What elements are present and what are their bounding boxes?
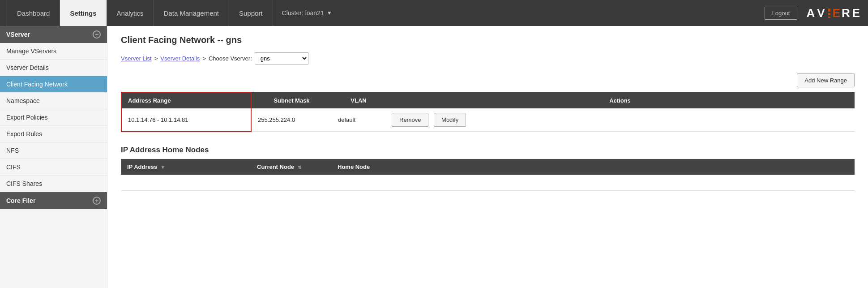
breadcrumb-sep1: > [154, 55, 158, 62]
sidebar-item-manage-vservers[interactable]: Manage VServers [0, 43, 107, 60]
tab-analytics[interactable]: Analytics [107, 0, 154, 26]
home-node-cell-empty [331, 175, 855, 191]
sidebar-section-vserver: VServer − [0, 26, 107, 43]
core-filer-expand-icon[interactable]: + [93, 197, 101, 205]
breadcrumb: Vserver List > Vserver Details > Choose … [121, 52, 855, 64]
ip-address-table: IP Address ▼ Current Node ⇅ Home Node [121, 159, 855, 191]
th-current-node[interactable]: Current Node ⇅ [251, 159, 331, 175]
sidebar-item-namespace[interactable]: Namespace [0, 93, 107, 109]
address-range-table-wrapper: Address Range Subnet Mask VLAN Actions [121, 92, 855, 132]
cell-actions: Remove Modify [385, 108, 855, 132]
content-area: Client Facing Network -- gns Vserver Lis… [107, 26, 868, 288]
ip-cell-empty [121, 175, 251, 191]
ip-table-row-empty [121, 175, 855, 191]
cluster-selector[interactable]: Cluster: loan21 ▼ [282, 9, 332, 17]
sidebar-section-core-filer: Core Filer + [0, 192, 107, 209]
nav-tabs: Dashboard Settings Analytics Data Manage… [7, 0, 332, 26]
ip-section-title: IP Address Home Nodes [121, 146, 855, 155]
avere-logo: A V E R E [806, 6, 861, 20]
th-vlan: VLAN [332, 92, 385, 108]
th-actions: Actions [385, 92, 855, 108]
breadcrumb-sep2: > [202, 55, 206, 62]
sidebar-item-vserver-details[interactable]: Vserver Details [0, 60, 107, 76]
action-row: Add New Range [121, 73, 855, 87]
page-title: Client Facing Network -- gns [121, 35, 855, 45]
logout-button[interactable]: Logout [765, 7, 798, 20]
sidebar-item-export-policies[interactable]: Export Policies [0, 109, 107, 126]
address-range-table: Address Range Subnet Mask VLAN Actions [121, 92, 855, 132]
sidebar-item-export-rules[interactable]: Export Rules [0, 126, 107, 142]
top-bar: Dashboard Settings Analytics Data Manage… [0, 0, 868, 26]
th-home-node: Home Node [331, 159, 855, 175]
vserver-dropdown[interactable]: gns [255, 52, 308, 64]
sidebar-item-cifs[interactable]: CIFS [0, 159, 107, 176]
breadcrumb-vserver-list[interactable]: Vserver List [121, 55, 152, 62]
sidebar: VServer − Manage VServers Vserver Detail… [0, 26, 107, 288]
tab-data-management[interactable]: Data Management [154, 0, 229, 26]
cell-address-range: 10.1.14.76 - 10.1.14.81 [121, 108, 251, 132]
cluster-dropdown-arrow: ▼ [327, 10, 332, 16]
vserver-collapse-icon[interactable]: − [93, 30, 101, 39]
th-address-range: Address Range [121, 92, 251, 108]
sidebar-item-cifs-shares[interactable]: CIFS Shares [0, 176, 107, 192]
th-subnet-mask: Subnet Mask [251, 92, 332, 108]
current-node-sort-icon: ⇅ [298, 165, 301, 170]
th-ip-address[interactable]: IP Address ▼ [121, 159, 251, 175]
cell-subnet-mask: 255.255.224.0 [251, 108, 332, 132]
tab-settings[interactable]: Settings [60, 0, 107, 26]
cell-vlan: default [332, 108, 385, 132]
main-layout: VServer − Manage VServers Vserver Detail… [0, 26, 868, 288]
choose-vserver-label: Choose Vserver: [209, 55, 252, 62]
tab-support[interactable]: Support [229, 0, 273, 26]
remove-button[interactable]: Remove [392, 113, 428, 127]
logo-bars [828, 7, 830, 19]
sidebar-item-nfs[interactable]: NFS [0, 142, 107, 159]
top-bar-right: Logout A V E R E [765, 6, 861, 20]
current-node-cell-empty [251, 175, 331, 191]
sidebar-item-client-facing-network[interactable]: Client Facing Network [0, 76, 107, 93]
tab-dashboard[interactable]: Dashboard [7, 0, 60, 26]
add-new-range-button[interactable]: Add New Range [797, 73, 855, 87]
table-row: 10.1.14.76 - 10.1.14.81 255.255.224.0 de… [121, 108, 855, 132]
modify-button[interactable]: Modify [434, 113, 466, 127]
breadcrumb-vserver-details[interactable]: Vserver Details [160, 55, 200, 62]
ip-sort-icon: ▼ [161, 165, 165, 170]
